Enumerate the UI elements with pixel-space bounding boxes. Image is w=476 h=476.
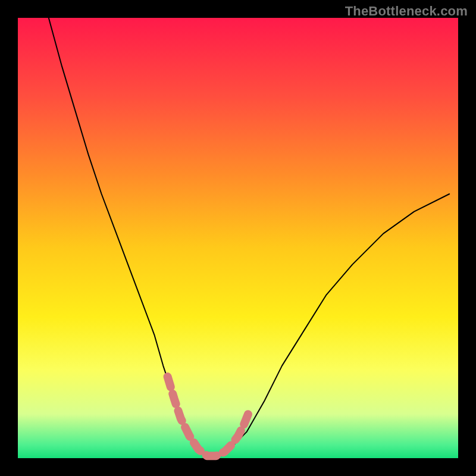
optimal-range-marker <box>168 377 249 456</box>
chart-svg <box>18 18 458 458</box>
chart-plot-area <box>18 18 458 458</box>
watermark-text: TheBottleneck.com <box>345 4 468 19</box>
bottleneck-curve <box>49 18 449 458</box>
optimal-range-stroke <box>168 377 249 456</box>
